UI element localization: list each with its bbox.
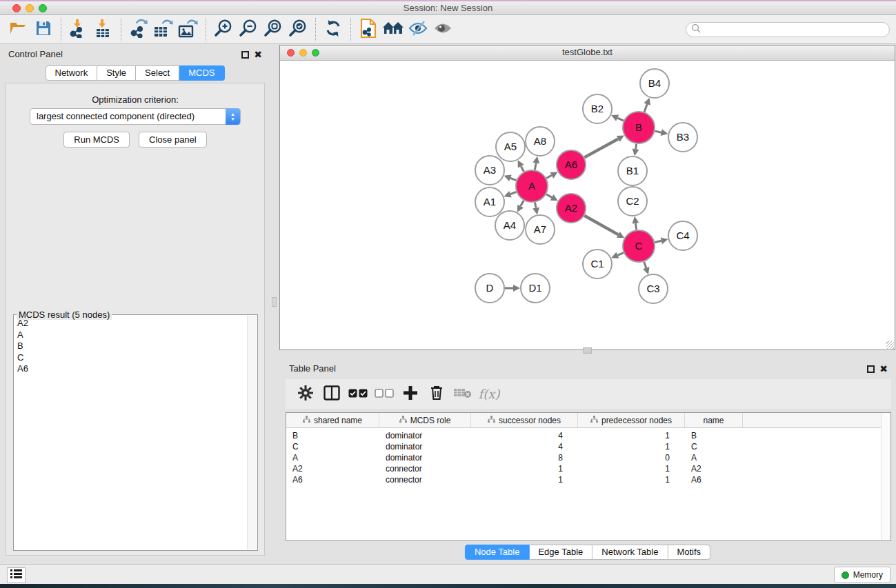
table-row[interactable]: Cdominator41C xyxy=(286,441,890,452)
mcds-result-item[interactable]: B xyxy=(16,341,246,352)
edge-B-B4[interactable] xyxy=(644,104,647,112)
edge-A-A2[interactable] xyxy=(546,194,552,198)
table-cell[interactable]: dominator xyxy=(379,453,471,463)
column-header-mcds-role[interactable]: MCDS role xyxy=(379,413,471,427)
mcds-list-scrollbar[interactable] xyxy=(247,316,257,549)
table-row[interactable]: A6connector11A6 xyxy=(286,474,890,485)
save-session-button[interactable] xyxy=(31,18,56,41)
table-cell[interactable]: dominator xyxy=(379,431,471,440)
table-cell[interactable]: dominator xyxy=(379,442,471,452)
edge-C-C4[interactable] xyxy=(655,241,661,242)
close-table-panel-icon[interactable]: ✖ xyxy=(879,363,888,374)
memory-button[interactable]: Memory xyxy=(834,567,890,583)
show-eye-button[interactable] xyxy=(430,18,455,41)
table-cell[interactable]: 4 xyxy=(471,442,578,452)
table-cell[interactable]: connector xyxy=(379,464,471,474)
table-cell[interactable]: A xyxy=(286,453,379,463)
column-header-predecessor-nodes[interactable]: predecessor nodes xyxy=(578,413,685,427)
table-cell[interactable]: A2 xyxy=(685,464,743,474)
edge-A-A1[interactable] xyxy=(510,192,517,194)
network-titlebar[interactable]: testGlobe.txt xyxy=(280,45,895,61)
close-panel-icon[interactable]: ✖ xyxy=(254,49,262,60)
table-cell[interactable]: C xyxy=(685,442,743,452)
edge-A-A6[interactable] xyxy=(546,175,552,178)
edge-A2-C[interactable] xyxy=(584,216,618,235)
tab-edge-table[interactable]: Edge Table xyxy=(529,545,593,560)
column-view-button[interactable] xyxy=(319,383,345,406)
function-builder-button-disabled[interactable]: f(x) xyxy=(476,383,502,406)
splitter-grip[interactable] xyxy=(272,297,277,307)
export-image-button[interactable] xyxy=(176,18,201,41)
edge-C-C1[interactable] xyxy=(617,253,624,256)
delete-table-button-disabled[interactable] xyxy=(450,383,476,406)
deselect-all-button[interactable] xyxy=(371,383,397,406)
mcds-result-item[interactable]: A xyxy=(16,330,246,341)
tab-motifs[interactable]: Motifs xyxy=(668,545,710,560)
table-settings-button[interactable] xyxy=(292,383,319,406)
column-header-name[interactable]: name xyxy=(685,413,743,427)
edge-A-A8[interactable] xyxy=(535,163,536,170)
table-cell[interactable]: B xyxy=(685,431,743,440)
tab-network[interactable]: Network xyxy=(45,65,97,81)
table-cell[interactable]: 1 xyxy=(578,431,685,440)
edge-A-A4[interactable] xyxy=(521,201,524,206)
zoom-selected-button[interactable] xyxy=(286,18,310,41)
network-from-file-button[interactable] xyxy=(356,18,381,41)
import-table-button[interactable] xyxy=(91,18,116,41)
table-cell[interactable]: 4 xyxy=(471,431,578,440)
tab-select[interactable]: Select xyxy=(136,65,179,81)
home-button[interactable] xyxy=(381,18,406,41)
zoom-in-button[interactable] xyxy=(211,18,236,41)
table-cell[interactable]: 1 xyxy=(578,464,685,474)
table-cell[interactable]: A6 xyxy=(286,475,379,485)
delete-column-button[interactable] xyxy=(424,383,450,406)
table-cell[interactable]: A6 xyxy=(685,475,743,485)
criterion-dropdown[interactable]: largest connected component (directed) ▲… xyxy=(30,108,241,125)
edge-A-A5[interactable] xyxy=(521,166,524,172)
edge-B-B1[interactable] xyxy=(636,144,637,150)
search-input[interactable] xyxy=(701,24,884,35)
table-cell[interactable]: B xyxy=(286,431,379,440)
table-scrollbar[interactable] xyxy=(881,413,890,540)
tab-style[interactable]: Style xyxy=(97,65,136,81)
import-network-button[interactable] xyxy=(66,18,91,41)
float-table-panel-icon[interactable] xyxy=(867,365,875,373)
edge-B-B2[interactable] xyxy=(617,118,624,121)
export-network-button[interactable] xyxy=(126,18,151,41)
open-session-button[interactable] xyxy=(6,18,31,41)
edge-A-A7[interactable] xyxy=(535,203,536,208)
hide-selected-button[interactable] xyxy=(406,18,430,41)
task-history-button[interactable] xyxy=(7,567,26,583)
table-cell[interactable]: connector xyxy=(379,475,471,485)
zoom-fit-button[interactable] xyxy=(261,18,286,41)
table-cell[interactable]: 1 xyxy=(578,475,685,485)
edge-A6-B[interactable] xyxy=(584,139,618,157)
add-column-button[interactable] xyxy=(397,383,424,406)
edge-B-B3[interactable] xyxy=(655,131,661,132)
float-panel-icon[interactable] xyxy=(241,51,249,59)
table-row[interactable]: Adominator80A xyxy=(286,452,890,463)
tab-node-table[interactable]: Node Table xyxy=(465,545,530,560)
table-cell[interactable]: C xyxy=(286,442,379,452)
refresh-button[interactable] xyxy=(321,18,346,41)
column-header-shared-name[interactable]: shared name xyxy=(286,413,379,427)
table-cell[interactable]: 1 xyxy=(471,464,578,474)
search-field[interactable] xyxy=(686,22,890,37)
edge-C-C2[interactable] xyxy=(635,223,636,230)
close-panel-button[interactable]: Close panel xyxy=(139,132,207,148)
export-table-button[interactable] xyxy=(151,18,176,41)
resize-grip-icon[interactable] xyxy=(886,341,894,349)
table-cell[interactable]: 8 xyxy=(471,453,578,463)
table-cell[interactable]: 1 xyxy=(578,442,685,452)
mcds-result-item[interactable]: A2 xyxy=(16,318,246,330)
zoom-out-button[interactable] xyxy=(236,18,261,41)
edge-C-C3[interactable] xyxy=(644,262,646,268)
run-mcds-button[interactable]: Run MCDS xyxy=(63,132,130,148)
edge-A-A3[interactable] xyxy=(510,178,517,180)
tab-mcds[interactable]: MCDS xyxy=(179,65,224,81)
table-row[interactable]: Bdominator41B xyxy=(286,430,890,441)
mcds-result-item[interactable]: A6 xyxy=(16,363,246,375)
horizontal-splitter-grip[interactable] xyxy=(583,347,592,354)
tab-network-table[interactable]: Network Table xyxy=(593,545,668,560)
mcds-result-item[interactable]: C xyxy=(16,352,246,364)
